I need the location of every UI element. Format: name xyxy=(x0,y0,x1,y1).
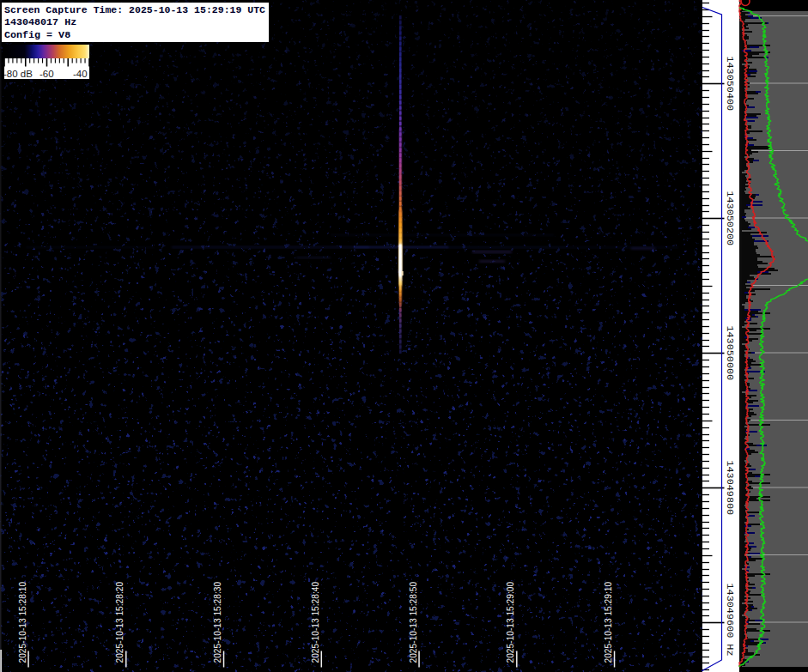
svg-text:143049800: 143049800 xyxy=(724,460,736,515)
svg-text:2025-10-13 15:29:00: 2025-10-13 15:29:00 xyxy=(506,582,515,663)
svg-text:143049600 Hz: 143049600 Hz xyxy=(724,584,736,657)
svg-text:Screen Capture Time: 2025-10-1: Screen Capture Time: 2025-10-13 15:29:19… xyxy=(4,4,265,16)
svg-text:-80 dB: -80 dB xyxy=(3,69,33,79)
svg-text:2025-10-13 15:28:50: 2025-10-13 15:28:50 xyxy=(409,582,418,663)
svg-text:-60: -60 xyxy=(39,69,54,79)
svg-text:2025-10-13 15:28:20: 2025-10-13 15:28:20 xyxy=(115,582,125,663)
svg-text:2025-10-13 15:28:30: 2025-10-13 15:28:30 xyxy=(213,582,222,663)
svg-text:Config = V8: Config = V8 xyxy=(4,29,70,41)
svg-text:143050400: 143050400 xyxy=(724,56,736,111)
svg-text:2025-10-13 15:29:10: 2025-10-13 15:29:10 xyxy=(604,582,613,663)
svg-text:2025-10-13 15:28:40: 2025-10-13 15:28:40 xyxy=(311,582,320,663)
svg-text:2025-10-13 15:28:10: 2025-10-13 15:28:10 xyxy=(18,582,27,663)
svg-text:143050200: 143050200 xyxy=(724,191,736,245)
svg-text:143048017 Hz: 143048017 Hz xyxy=(4,16,76,28)
svg-text:-40: -40 xyxy=(73,69,88,79)
svg-text:143050000: 143050000 xyxy=(724,325,736,380)
